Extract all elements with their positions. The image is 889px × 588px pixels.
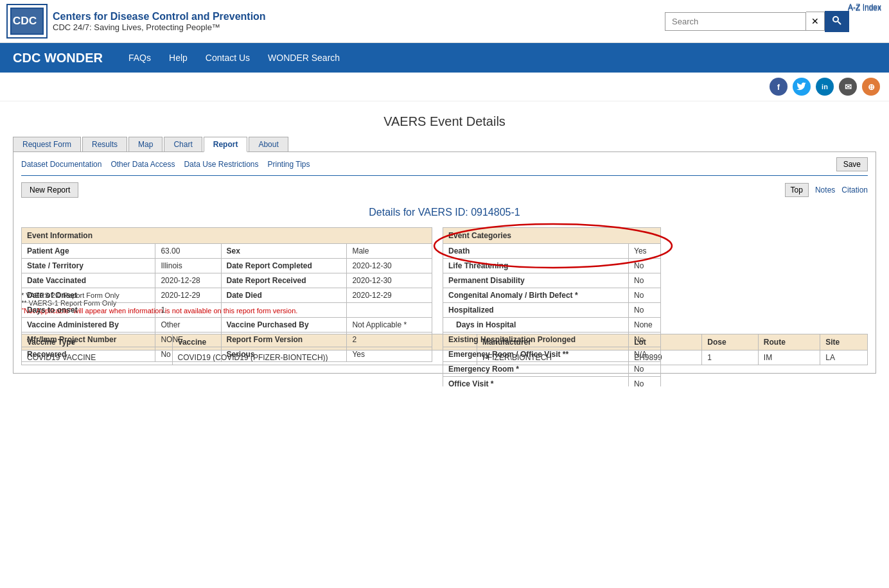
tab-results[interactable]: Results — [82, 137, 127, 152]
cell-perm-dis-val: No — [629, 273, 661, 288]
vaers-id-title: Details for VAERS ID: 0914805-1 — [21, 207, 868, 218]
new-report-button[interactable]: New Report — [21, 182, 78, 198]
cell-sex-label: Sex — [221, 244, 347, 259]
nav-link-faqs[interactable]: FAQs — [128, 44, 151, 72]
cell-patient-age-val: 63.00 — [155, 244, 221, 259]
cell-serious-val: Yes — [347, 347, 432, 362]
cell-vacc-purch-label: Vaccine Purchased By — [221, 318, 347, 333]
notes-link[interactable]: Notes — [815, 186, 835, 195]
table-row: Emergency Room / Office Visit ** N/A — [443, 347, 661, 362]
logo-subtitle: CDC 24/7: Saving Lives, Protecting Peopl… — [53, 22, 266, 32]
tables-row: Event Information Patient Age 63.00 Sex … — [21, 227, 868, 386]
cdc-logo: CDC — [8, 5, 46, 37]
nav-bar: CDC WONDER FAQs Help Contact Us WONDER S… — [0, 43, 889, 73]
cell-form-ver-label: Report Form Version — [221, 333, 347, 347]
cell-date-received-label: Date Report Received — [221, 273, 347, 288]
cell-er-val: No — [629, 362, 661, 377]
cell-vacc-admin-val: Other — [155, 318, 221, 333]
event-cat-header: Event Categories — [443, 228, 661, 244]
printing-tips-link[interactable]: Printing Tips — [268, 160, 310, 169]
event-info-header: Event Information — [22, 228, 432, 244]
tab-chart[interactable]: Chart — [164, 137, 202, 152]
table-row: Hospitalized No — [443, 303, 661, 318]
event-cat-container: Event Categories Death Yes Life Threaten… — [443, 227, 661, 386]
az-index-link-top[interactable]: A-Z Index — [848, 4, 881, 13]
cell-state-label: State / Territory — [22, 259, 155, 273]
svg-line-5 — [838, 21, 841, 24]
action-row-right: Top Notes Citation — [785, 183, 868, 197]
cell-cong-anom-label: Congenital Anomaly / Birth Defect * — [443, 288, 629, 303]
table-row: Days in Hospital None — [443, 318, 661, 333]
search-input[interactable] — [665, 12, 806, 31]
facebook-icon[interactable]: f — [770, 78, 788, 96]
event-categories-table: Event Categories Death Yes Life Threaten… — [443, 227, 661, 386]
cell-vacc-purch-val: Not Applicable * — [347, 318, 432, 333]
other-data-access-link[interactable]: Other Data Access — [110, 160, 175, 169]
dataset-doc-link[interactable]: Dataset Documentation — [21, 160, 101, 169]
cell-recovered-label: Recovered — [22, 347, 155, 362]
cell-exist-hosp-label: Existing Hospitalization Prolonged — [443, 333, 629, 347]
sub-links-left: Dataset Documentation Other Data Access … — [21, 160, 310, 169]
cell-life-threat-label: Life Threatening — [443, 259, 629, 273]
cell-days-onset-label: Days to onset — [22, 303, 155, 318]
top-bar: CDC Centers for Disease Control and Prev… — [0, 0, 889, 43]
tab-request-form[interactable]: Request Form — [13, 137, 81, 152]
cell-recovered-val: No — [155, 347, 221, 362]
tabs-row: Request Form Results Map Chart Report Ab… — [13, 137, 876, 152]
cell-hosp-val: No — [629, 303, 661, 318]
nav-brand: CDC WONDER — [13, 51, 103, 65]
search-area: ✕ — [665, 11, 849, 32]
cell-empty2 — [347, 303, 432, 318]
table-row: Permanent Disability No — [443, 273, 661, 288]
cell-date-completed-label: Date Report Completed — [221, 259, 347, 273]
twitter-icon[interactable] — [793, 78, 811, 96]
cell-life-threat-val: No — [629, 259, 661, 273]
cell-death-val: Yes — [629, 244, 661, 259]
logo-area: CDC Centers for Disease Control and Prev… — [8, 5, 266, 37]
cell-date-completed-val: 2020-12-30 — [347, 259, 432, 273]
cell-state-val: Illinois — [155, 259, 221, 273]
page-content: VAERS Event Details Request Form Results… — [0, 101, 889, 386]
table-row: Vaccine Administered By Other Vaccine Pu… — [22, 318, 432, 333]
cell-office-visit-label: Office Visit * — [443, 377, 629, 387]
nav-link-contact[interactable]: Contact Us — [206, 44, 250, 72]
table-row: Patient Age 63.00 Sex Male — [22, 244, 432, 259]
cell-sex-val: Male — [347, 244, 432, 259]
top-button[interactable]: Top — [785, 183, 809, 197]
divider — [21, 175, 868, 176]
cell-vacc-admin-label: Vaccine Administered By — [22, 318, 155, 333]
svg-text:CDC: CDC — [13, 14, 37, 27]
cell-death-label: Death — [443, 244, 629, 259]
email-icon[interactable]: ✉ — [839, 78, 857, 96]
logo-title: Centers for Disease Control and Preventi… — [53, 11, 266, 22]
sub-links-row: Dataset Documentation Other Data Access … — [21, 157, 868, 171]
search-clear-button[interactable]: ✕ — [806, 12, 825, 31]
table-row: Date Vaccinated 2020-12-28 Date Report R… — [22, 273, 432, 288]
cell-patient-age-label: Patient Age — [22, 244, 155, 259]
cell-er-office-label: Emergency Room / Office Visit ** — [443, 347, 629, 362]
tab-map[interactable]: Map — [128, 137, 163, 152]
social-bar: f in ✉ ⊕ — [0, 73, 889, 101]
search-button[interactable] — [825, 11, 849, 32]
cell-cong-anom-val: No — [629, 288, 661, 303]
nav-link-help[interactable]: Help — [169, 44, 188, 72]
cell-form-ver-val: 2 — [347, 333, 432, 347]
table-row: Life Threatening No — [443, 259, 661, 273]
tab-about[interactable]: About — [249, 137, 288, 152]
table-row: Existing Hospitalization Prolonged No — [443, 333, 661, 347]
table-row: Office Visit * No — [443, 377, 661, 387]
table-row: Days to onset 1 — [22, 303, 432, 318]
cell-date-onset-label: Date of Onset — [22, 288, 155, 303]
cell-serious-label: Serious — [221, 347, 347, 362]
data-use-restrictions-link[interactable]: Data Use Restrictions — [184, 160, 258, 169]
citation-link[interactable]: Citation — [841, 186, 868, 195]
table-row: Congenital Anomaly / Birth Defect * No — [443, 288, 661, 303]
rss-icon[interactable]: ⊕ — [862, 78, 880, 96]
linkedin-icon[interactable]: in — [816, 78, 834, 96]
table-row: State / Territory Illinois Date Report C… — [22, 259, 432, 273]
tab-report[interactable]: Report — [204, 137, 248, 152]
cell-date-vacc-label: Date Vaccinated — [22, 273, 155, 288]
save-button[interactable]: Save — [836, 157, 868, 171]
cell-date-died-label: Date Died — [221, 288, 347, 303]
nav-link-wonder-search[interactable]: WONDER Search — [268, 44, 340, 72]
